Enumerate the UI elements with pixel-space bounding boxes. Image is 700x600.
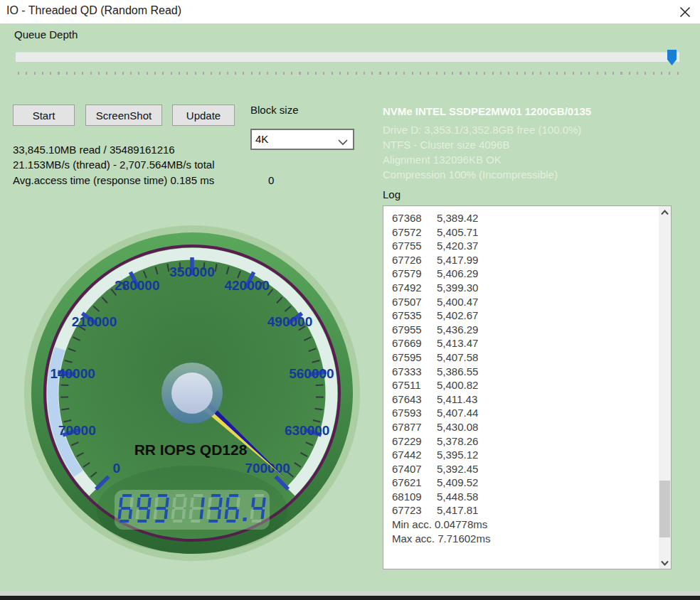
slider-tick-marks <box>18 72 679 75</box>
stat-read-total: 33,845.10MB read / 35489161216 <box>13 144 175 156</box>
log-row: 676435,411.43 <box>392 392 655 407</box>
chevron-down-icon <box>338 136 348 149</box>
block-size-select[interactable]: 4K <box>250 129 354 150</box>
svg-text:560000: 560000 <box>289 366 334 381</box>
log-row: 676695,413.47 <box>392 336 655 350</box>
log-row: 675075,400.47 <box>392 295 655 309</box>
chevron-up-icon <box>661 210 669 215</box>
svg-text:630000: 630000 <box>285 423 329 438</box>
scrollbar-up-button[interactable] <box>659 206 671 218</box>
svg-text:490000: 490000 <box>267 314 312 329</box>
drive-filesystem: NTFS - Cluster size 4096B <box>383 139 509 151</box>
drive-alignment: Alignment 132096KB OK <box>383 154 502 166</box>
log-content: 673685,389.42675725,405.71677555,420.376… <box>392 211 655 545</box>
log-box[interactable]: 673685,389.42675725,405.71677555,420.376… <box>383 205 672 569</box>
start-button[interactable]: Start <box>13 105 75 126</box>
log-row: 677555,420.37 <box>392 239 655 253</box>
svg-text:70000: 70000 <box>58 423 96 438</box>
iops-gauge: 0700001400002100002800003500004200004900… <box>21 223 363 564</box>
log-row: 675355,402.67 <box>392 309 655 323</box>
log-row: 673335,386.55 <box>392 365 655 379</box>
pending-counter: 0 <box>268 174 274 186</box>
svg-text:280000: 280000 <box>115 278 159 293</box>
log-row: 675935,407.44 <box>392 406 655 420</box>
log-row: 676215,409.52 <box>392 476 655 490</box>
drive-capacity: Drive D: 3,353.1/3,352.8GB free (100.0%) <box>383 124 581 136</box>
svg-text:140000: 140000 <box>50 366 95 381</box>
block-size-label: Block size <box>250 104 299 116</box>
block-size-value: 4K <box>255 133 268 145</box>
log-row: 679555,436.29 <box>392 323 655 337</box>
svg-text:RR IOPS QD128: RR IOPS QD128 <box>134 441 248 458</box>
log-row: 681095,448.58 <box>392 490 655 504</box>
stat-access-time: Avg.access time (response time) 0.185 ms <box>13 174 214 186</box>
log-row: 675795,406.29 <box>392 267 655 281</box>
svg-text:0: 0 <box>113 461 121 476</box>
stat-throughput: 21.153MB/s (thread) - 2,707.564MB/s tota… <box>13 159 214 171</box>
log-row: 674075,392.45 <box>392 462 655 476</box>
log-label: Log <box>383 188 401 200</box>
log-row: 675725,405.71 <box>392 225 655 240</box>
scrollbar-thumb[interactable] <box>659 481 670 537</box>
log-row: 674425,395.12 <box>392 448 655 462</box>
svg-text:420000: 420000 <box>224 278 269 293</box>
svg-text:350000: 350000 <box>169 264 214 279</box>
titlebar: IO - Threaded QD (Random Read) <box>0 0 700 23</box>
log-row: 673685,389.42 <box>392 211 655 225</box>
window-title: IO - Threaded QD (Random Read) <box>6 4 181 17</box>
log-footer-row: Max acc. 7.71602ms <box>392 532 655 546</box>
log-footer-row: Min acc. 0.04778ms <box>392 518 655 532</box>
scrollbar-track[interactable] <box>659 206 671 569</box>
svg-text:210000: 210000 <box>72 314 117 329</box>
scrollbar-down-button[interactable] <box>659 557 671 569</box>
queue-depth-slider-thumb[interactable] <box>667 50 677 65</box>
log-row: 678775,430.08 <box>392 420 655 434</box>
drive-title: NVMe INTEL SSDPE2MW01 1200GB/0135 <box>383 105 591 117</box>
chevron-down-icon <box>661 560 669 566</box>
log-row: 675115,400.82 <box>392 378 655 392</box>
close-icon[interactable] <box>678 5 692 19</box>
drive-compression: Compression 100% (Incompressible) <box>383 168 558 181</box>
screenshot-button[interactable]: ScreenShot <box>85 105 162 126</box>
update-button[interactable]: Update <box>172 105 235 126</box>
log-row: 677265,417.99 <box>392 253 655 267</box>
log-row: 672295,378.26 <box>392 434 655 449</box>
queue-depth-label: Queue Depth <box>14 28 78 41</box>
log-row: 674925,399.30 <box>392 281 655 295</box>
log-row: 677235,417.81 <box>392 503 655 518</box>
log-row: 675955,407.58 <box>392 350 655 365</box>
window-bottom-shadow <box>0 596 700 600</box>
queue-depth-slider-track[interactable] <box>16 52 679 62</box>
